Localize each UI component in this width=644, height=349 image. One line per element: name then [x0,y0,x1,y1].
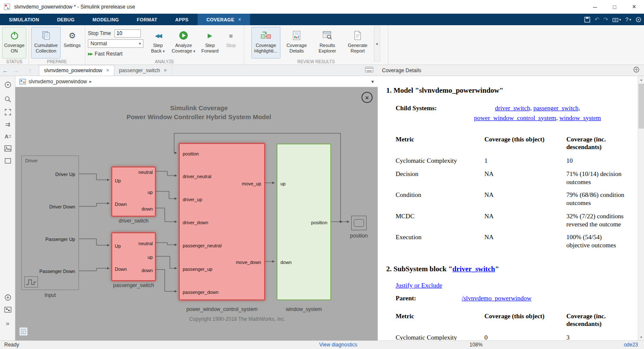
tab-format[interactable]: FORMAT [128,14,166,25]
scrollbar-thumb[interactable] [638,84,644,129]
coverage-details-button[interactable]: Coverage Details [281,27,312,59]
solver-label[interactable]: ode23 [624,342,638,348]
results-explorer-icon [322,29,332,41]
undo-icon[interactable]: ↶ [594,16,599,23]
port-label: Up [115,178,121,184]
step-back-button[interactable]: ◀◀ Step Back ▾ [147,27,169,59]
coverage-highlighting-button[interactable]: Coverage Highlighti... [251,27,280,59]
keyboard-icon[interactable] [365,67,373,74]
stop-time-label: Stop Time [88,30,114,36]
expand-toolbar-icon[interactable]: » [3,318,13,328]
sync-icon[interactable] [635,17,641,23]
table-row: Cyclomatic Complexity 1 10 [396,154,628,167]
port-label: down [280,259,291,265]
sim-mode-select[interactable]: Normal ▾ [88,39,143,48]
link-power-window-control-system[interactable]: power_window_control_system, [474,114,558,121]
link-driver-switch[interactable]: driver_switch, [495,105,532,111]
doc-tab-powerwindow[interactable]: slvnvdemo_powerwindow × [39,65,114,76]
justify-or-exclude-link[interactable]: Justify or Exclude [396,282,442,289]
section-label-analyze: ANALYZE [85,59,244,64]
col-header: Coverage (this object) [484,309,566,331]
annotation-badge-icon[interactable] [19,327,28,336]
section-label-status: STATUS [0,59,29,64]
zoom-level[interactable]: 108% [469,342,483,348]
results-explorer-button[interactable]: Results Explorer [313,27,342,59]
tab-close-icon[interactable]: × [164,67,167,73]
panel-scrollbar[interactable]: ▲ ▼ [638,76,644,340]
fit-to-view-icon[interactable] [3,107,13,117]
gear-icon: ⚙ [69,29,76,41]
port-label: Driver Down [49,204,75,210]
view-diagnostics-link[interactable]: View diagnostics [319,342,357,348]
navigate-up-button[interactable]: ↑ [25,65,35,76]
analyze-coverage-button[interactable]: Analyze Coverage ▾ [169,27,198,59]
section-label-prepare: PREPARE [29,59,85,64]
child-system-links: driver_switch, passenger_switch, power_w… [462,103,613,123]
browse-icon[interactable] [3,79,13,90]
save-icon[interactable] [584,17,590,23]
port-label: up [148,189,153,195]
tab-simulation[interactable]: SIMULATION [0,14,48,25]
toolstrip-empty-area [388,25,644,65]
scroll-down-icon[interactable]: ▼ [638,334,644,340]
block-caption: passenger_switch [99,282,169,288]
redo-icon[interactable]: ↷ [603,16,608,23]
image-icon[interactable] [3,143,13,153]
tab-apps[interactable]: APPS [166,14,198,25]
zoom-icon[interactable] [3,94,13,104]
minimize-button[interactable]: ─ [585,0,605,14]
fast-restart-toggle[interactable]: Fast Restart [95,51,122,57]
cumulative-collection-icon [41,29,51,41]
model-canvas[interactable]: Simulink Coverage Power Window Controlle… [15,87,378,340]
window-system-block[interactable]: up down position [277,144,331,300]
coverage-report: 1. Model "slvnvdemo_powerwindow" Child S… [378,76,638,340]
step-forward-button[interactable]: ▶ Step Forward [198,27,221,59]
cumulative-collection-button[interactable]: Cumulative Collection [31,27,61,59]
editor-toolbar: ⇉ A » [0,76,15,340]
tab-close-icon[interactable]: × [106,67,109,73]
position-scope-block[interactable] [351,216,367,230]
navigate-forward-button[interactable]: → [11,65,21,76]
settings-button[interactable]: ⚙ Settings [61,27,83,59]
capture-icon[interactable]: ▾ [612,17,621,22]
breadcrumb-dropdown-icon[interactable]: ▾ [371,79,374,85]
port-label: passenger_neutral [183,243,221,249]
toolstrip-group-analyze: Stop Time Normal ▾ ▶▶ Fast Restart ◀◀ St… [85,25,244,65]
passenger-switch-block[interactable]: Up Down neutral up down [111,232,156,281]
parent-link[interactable]: /slvnvdemo_powerwindow [462,293,531,303]
tab-modeling[interactable]: MODELING [84,14,128,25]
coverage-on-button[interactable]: Coverage ON [2,27,26,59]
fast-restart-icon: ▶▶ [88,52,92,56]
close-button[interactable]: × [624,0,644,14]
help-icon[interactable]: ?▾ [625,16,631,23]
power-window-control-system-block[interactable]: position driver_neutral driver_up driver… [179,143,265,300]
port-label: Down [115,201,127,207]
driver-input-block[interactable]: Driver Driver Up Driver Down Passenger U… [21,155,79,290]
subsystem-icon[interactable] [3,305,13,315]
tab-debug[interactable]: DEBUG [48,14,84,25]
link-window-system[interactable]: window_system [559,114,601,121]
close-highlighting-button[interactable]: × [361,92,373,103]
locate-icon[interactable] [633,66,640,74]
coverage-tab-close-icon[interactable]: × [238,17,241,23]
link-passenger-switch[interactable]: passenger_switch, [533,105,580,111]
maximize-button[interactable]: □ [605,0,624,14]
analyze-coverage-icon [178,29,189,41]
breadcrumb-item[interactable]: slvnvdemo_powerwindow [29,79,87,85]
area-box-icon[interactable] [3,155,13,166]
tab-coverage[interactable]: COVERAGE × [198,14,251,25]
viewmarks-icon[interactable] [3,292,13,302]
link-driver-switch-heading[interactable]: driver_switch [452,265,495,273]
annotation-icon[interactable]: A [3,131,13,141]
scroll-up-icon[interactable]: ▲ [638,76,644,83]
col-header: Coverage (inc. descendants) [566,132,628,154]
signal-arrows-icon[interactable]: ⇉ [3,119,13,129]
gallery-overflow-button[interactable]: ▾ [374,26,380,62]
driver-switch-block[interactable]: Up Down neutral up down [111,167,156,217]
generate-report-button[interactable]: Generate Report [343,27,373,59]
doc-tab-passenger-switch[interactable]: passenger_switch × [114,65,172,76]
stop-time-input[interactable] [114,29,141,38]
navigate-back-button[interactable]: ← [0,65,11,76]
toolstrip-group-review: Coverage Highlighti... Coverage Details … [244,25,388,65]
stop-button[interactable]: ■ Stop [222,27,239,59]
